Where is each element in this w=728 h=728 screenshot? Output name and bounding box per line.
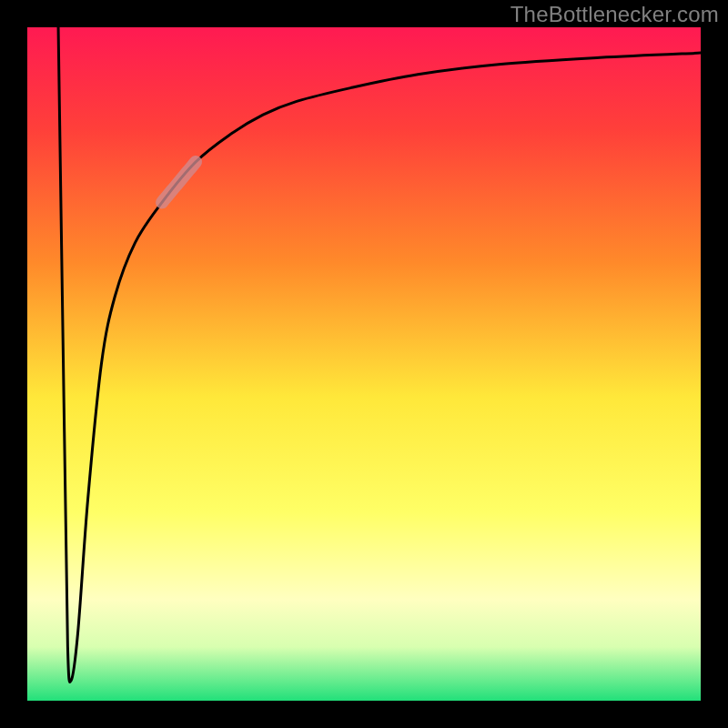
- bottleneck-chart: [0, 0, 728, 728]
- chart-stage: TheBottlenecker.com: [0, 0, 728, 728]
- gradient-background: [27, 27, 701, 701]
- watermark-text: TheBottlenecker.com: [511, 2, 719, 27]
